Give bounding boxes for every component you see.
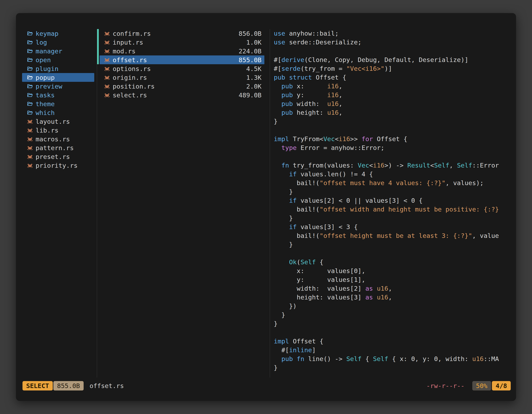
scroll-percent-badge: 50% bbox=[472, 381, 491, 390]
folder-open-icon bbox=[27, 66, 33, 72]
code-line: if values.len() != 4 { bbox=[274, 170, 516, 179]
code-line: use serde::Deserialize; bbox=[274, 38, 516, 47]
file-name: origin.rs bbox=[113, 74, 147, 81]
status-filename: offset.rs bbox=[90, 382, 124, 389]
code-line: } bbox=[274, 117, 516, 126]
code-line: bail!("offset width and height must be p… bbox=[274, 205, 516, 214]
item-label: macros.rs bbox=[36, 135, 70, 143]
current-pane: confirm.rs856.0Binput.rs1.0Kmod.rs224.0B… bbox=[97, 29, 270, 378]
parent-file-lib-rs[interactable]: lib.rs bbox=[22, 126, 94, 135]
parent-dir-keymap[interactable]: keymap bbox=[22, 29, 94, 38]
file-row-confirm-rs[interactable]: confirm.rs856.0B bbox=[97, 29, 270, 38]
file-name: input.rs bbox=[113, 39, 143, 46]
item-label: preview bbox=[36, 83, 62, 90]
file-row-options-rs[interactable]: options.rs4.5K bbox=[97, 64, 270, 73]
file-permissions: -rw-r--r-- bbox=[426, 382, 465, 389]
code-line: fn try_from(values: Vec<i16>) -> Result<… bbox=[274, 161, 516, 170]
item-label: tasks bbox=[36, 91, 55, 99]
parent-file-macros-rs[interactable]: macros.rs bbox=[22, 135, 94, 143]
file-row-body: input.rs1.0K bbox=[100, 38, 264, 47]
parent-file-pattern-rs[interactable]: pattern.rs bbox=[22, 143, 94, 152]
file-name: offset.rs bbox=[113, 56, 147, 64]
code-line: } bbox=[274, 363, 516, 372]
rust-file-icon bbox=[27, 154, 33, 160]
item-label: pattern.rs bbox=[36, 144, 74, 152]
parent-file-preset-rs[interactable]: preset.rs bbox=[22, 152, 94, 161]
file-row-offset-rs[interactable]: offset.rs855.0B bbox=[97, 55, 270, 64]
file-name: mod.rs bbox=[113, 48, 135, 55]
file-row-body: confirm.rs856.0B bbox=[100, 29, 264, 38]
item-label: priority.rs bbox=[36, 162, 77, 169]
selection-marker-bar bbox=[97, 47, 99, 55]
code-line: pub y: i16, bbox=[274, 91, 516, 99]
parent-dir-open[interactable]: open bbox=[22, 55, 94, 64]
parent-dir-which[interactable]: which bbox=[22, 108, 94, 117]
item-label: theme bbox=[36, 100, 55, 108]
code-line: #[serde(try_from = "Vec<i16>")] bbox=[274, 64, 516, 73]
code-line: #[derive(Clone, Copy, Debug, Default, De… bbox=[274, 55, 516, 64]
code-line: pub width: u16, bbox=[274, 99, 516, 108]
folder-open-icon bbox=[27, 109, 33, 116]
file-row-mod-rs[interactable]: mod.rs224.0B bbox=[97, 47, 270, 55]
code-line: impl TryFrom<Vec<i16>> for Offset { bbox=[274, 135, 516, 143]
code-line: if values[3] < 3 { bbox=[274, 222, 516, 231]
folder-open-icon bbox=[27, 48, 33, 54]
file-size: 4.5K bbox=[246, 65, 262, 72]
file-row-input-rs[interactable]: input.rs1.0K bbox=[97, 38, 270, 47]
code-line: y: values[1], bbox=[274, 275, 516, 284]
code-line: } bbox=[274, 187, 516, 196]
rust-file-icon bbox=[104, 48, 110, 54]
parent-file-layout-rs[interactable]: layout.rs bbox=[22, 117, 94, 126]
code-line: pub height: u16, bbox=[274, 108, 516, 117]
parent-dir-plugin[interactable]: plugin bbox=[22, 64, 94, 73]
file-row-body: position.rs2.0K bbox=[100, 82, 264, 91]
rust-file-icon bbox=[104, 74, 110, 81]
parent-dir-manager[interactable]: manager bbox=[22, 47, 94, 55]
file-row-origin-rs[interactable]: origin.rs1.3K bbox=[97, 73, 270, 82]
file-row-body: options.rs4.5K bbox=[100, 64, 264, 73]
rust-file-icon bbox=[104, 57, 110, 63]
file-name: options.rs bbox=[113, 65, 151, 72]
file-size: 856.0B bbox=[239, 30, 262, 37]
file-size: 224.0B bbox=[239, 48, 262, 55]
file-row-body: offset.rs855.0B bbox=[100, 55, 264, 64]
selection-marker-bar bbox=[97, 38, 99, 47]
file-row-position-rs[interactable]: position.rs2.0K bbox=[97, 82, 270, 91]
selection-marker-bar bbox=[97, 82, 99, 91]
parent-dir-popup[interactable]: popup bbox=[22, 73, 94, 82]
file-size: 2.0K bbox=[246, 83, 262, 90]
folder-open-icon bbox=[27, 57, 33, 63]
code-line: #[inline] bbox=[274, 346, 516, 355]
file-row-body: origin.rs1.3K bbox=[100, 73, 264, 82]
code-line: } bbox=[274, 310, 516, 319]
parent-pane: keymaplogmanageropenpluginpopuppreviewta… bbox=[16, 29, 97, 378]
code-line: impl Offset { bbox=[274, 337, 516, 346]
code-line bbox=[274, 249, 516, 258]
parent-dir-log[interactable]: log bbox=[22, 38, 94, 47]
item-label: layout.rs bbox=[36, 118, 70, 125]
folder-open-icon bbox=[27, 30, 33, 37]
folder-open-icon bbox=[27, 74, 33, 81]
file-size-badge: 855.0B bbox=[53, 381, 84, 390]
status-bar-right: -rw-r--r-- 50% 4/8 bbox=[426, 381, 511, 390]
file-row-select-rs[interactable]: select.rs489.0B bbox=[97, 91, 270, 99]
parent-file-priority-rs[interactable]: priority.rs bbox=[22, 161, 94, 170]
parent-dir-theme[interactable]: theme bbox=[22, 99, 94, 108]
code-line: pub struct Offset { bbox=[274, 73, 516, 82]
file-row-body: mod.rs224.0B bbox=[100, 47, 264, 55]
parent-dir-tasks[interactable]: tasks bbox=[22, 91, 94, 99]
code-line: height: values[3] as u16, bbox=[274, 293, 516, 302]
rust-file-icon bbox=[104, 92, 110, 98]
code-line bbox=[274, 126, 516, 135]
folder-open-icon bbox=[27, 39, 33, 46]
selection-marker-bar bbox=[97, 55, 99, 64]
file-size: 489.0B bbox=[239, 91, 262, 99]
selection-marker-bar bbox=[97, 91, 99, 99]
item-label: preset.rs bbox=[36, 153, 70, 160]
file-name: confirm.rs bbox=[113, 30, 151, 37]
parent-dir-preview[interactable]: preview bbox=[22, 82, 94, 91]
code-line: } bbox=[274, 319, 516, 328]
file-name: position.rs bbox=[113, 83, 155, 90]
cursor-position-badge: 4/8 bbox=[492, 381, 511, 390]
rust-file-icon bbox=[27, 136, 33, 142]
